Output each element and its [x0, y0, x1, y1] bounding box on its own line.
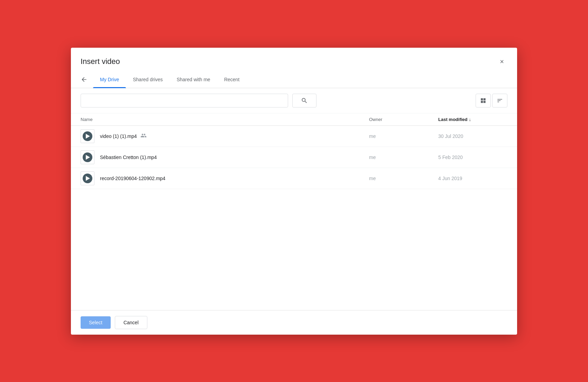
file-modified: 30 Jul 2020 [438, 133, 507, 139]
tab-shared-with-me[interactable]: Shared with me [170, 71, 217, 88]
file-name-wrap: Sébastien Cretton (1).mp4 [100, 155, 369, 160]
play-triangle-icon [86, 155, 90, 160]
col-modified-header[interactable]: Last modified ↓ [438, 117, 507, 122]
col-owner-header: Owner [369, 117, 438, 122]
shared-icon [140, 132, 147, 140]
table-row[interactable]: Sébastien Cretton (1).mp4 me 5 Feb 2020 [71, 147, 517, 168]
file-name: Sébastien Cretton (1).mp4 [100, 155, 157, 160]
play-circle-icon [83, 152, 92, 162]
file-list: Name Owner Last modified ↓ video (1) (1)… [71, 113, 517, 310]
play-triangle-icon [86, 134, 90, 139]
search-button[interactable] [292, 94, 316, 108]
grid-view-button[interactable] [476, 94, 491, 108]
file-icon [81, 150, 94, 164]
tab-recent[interactable]: Recent [217, 71, 246, 88]
file-owner: me [369, 155, 438, 160]
file-name: record-20190604-120902.mp4 [100, 176, 165, 181]
play-triangle-icon [86, 176, 90, 181]
search-input-wrap [81, 94, 288, 108]
dialog-header: Insert video × [71, 48, 517, 71]
tabs-row: My Drive Shared drives Shared with me Re… [71, 71, 517, 88]
back-button[interactable] [81, 73, 92, 86]
file-icon [81, 171, 94, 185]
table-row[interactable]: video (1) (1).mp4 me 30 Jul 2020 [71, 126, 517, 147]
file-modified: 5 Feb 2020 [438, 155, 507, 160]
file-owner: me [369, 176, 438, 181]
file-icon [81, 129, 94, 143]
play-circle-icon [83, 131, 92, 141]
play-circle-icon [83, 174, 92, 183]
sort-button[interactable] [492, 94, 507, 108]
search-row [71, 88, 517, 113]
search-input[interactable] [81, 98, 288, 103]
file-name: video (1) (1).mp4 [100, 133, 137, 139]
insert-video-dialog: Insert video × My Drive Shared drives Sh… [71, 48, 517, 335]
table-header: Name Owner Last modified ↓ [71, 113, 517, 126]
file-name-wrap: record-20190604-120902.mp4 [100, 176, 369, 181]
table-row[interactable]: record-20190604-120902.mp4 me 4 Jun 2019 [71, 168, 517, 189]
cancel-button[interactable]: Cancel [115, 316, 147, 329]
dialog-title: Insert video [81, 57, 120, 66]
view-controls [476, 94, 507, 108]
tab-my-drive[interactable]: My Drive [93, 71, 126, 88]
close-button[interactable]: × [496, 56, 507, 67]
select-button[interactable]: Select [81, 316, 111, 329]
file-modified: 4 Jun 2019 [438, 176, 507, 181]
file-owner: me [369, 133, 438, 139]
dialog-footer: Select Cancel [71, 310, 517, 335]
tab-shared-drives[interactable]: Shared drives [126, 71, 169, 88]
col-name-header: Name [81, 117, 369, 122]
file-name-wrap: video (1) (1).mp4 [100, 132, 369, 140]
